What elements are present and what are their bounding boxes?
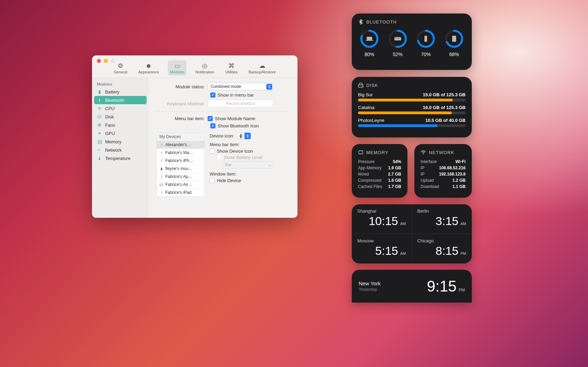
hide-device-checkbox[interactable] bbox=[210, 178, 215, 183]
wifi-icon bbox=[421, 150, 426, 155]
select-value: Bar bbox=[225, 162, 232, 167]
stat-key: Interface bbox=[421, 159, 437, 164]
battery-percent: 52% bbox=[393, 52, 403, 57]
sidebar-item-gpu[interactable]: ✦GPU bbox=[94, 129, 147, 137]
sidebar-item-label: Temperature bbox=[105, 156, 130, 161]
command-icon: ⌘ bbox=[227, 62, 236, 70]
stat-row: Download1.1 GB bbox=[421, 184, 466, 189]
ampm-label: PM bbox=[459, 288, 465, 293]
disk-usage: 15.0 GB of 125.3 GB bbox=[423, 92, 466, 97]
tab-appearance[interactable]: ☻Appearance bbox=[136, 60, 161, 75]
stat-value: 1.9 GB bbox=[388, 165, 401, 170]
checkbox-label: Show Module Name bbox=[215, 116, 255, 121]
menubar-item-label: Menu bar item: bbox=[156, 116, 208, 121]
device-name: Alexander's… bbox=[165, 142, 191, 147]
clock-cell: Shanghai 10:15AM bbox=[352, 204, 412, 234]
widget-clocks: Shanghai 10:15AMBerlin 3:15AMMoscow 5:15… bbox=[352, 204, 472, 263]
sidebar-item-label: Fans bbox=[105, 123, 115, 128]
stat-row: IP192.168.123.8 bbox=[421, 172, 466, 177]
fans-icon: ✻ bbox=[97, 122, 102, 128]
device-row[interactable]: ⫿⫿Fabrice's Air… bbox=[157, 180, 204, 188]
city-label: New York bbox=[359, 280, 380, 286]
disk-icon bbox=[358, 82, 364, 88]
sidebar-item-cpu[interactable]: ✳︎CPU bbox=[94, 104, 147, 113]
tab-label: Utilities bbox=[225, 70, 237, 74]
sidebar-item-fans[interactable]: ✻Fans bbox=[94, 121, 147, 129]
device-type-icon: ᚼ bbox=[159, 174, 164, 179]
svg-rect-16 bbox=[452, 36, 456, 42]
stat-row: Upload1.2 GB bbox=[421, 178, 466, 183]
device-row[interactable]: ᚼFabrice's iPad bbox=[157, 188, 204, 196]
show-device-icon-checkbox[interactable] bbox=[210, 149, 215, 154]
stat-row: IP108.68.52.216 bbox=[421, 165, 466, 170]
tab-modules[interactable]: ▭Modules bbox=[168, 60, 186, 75]
device-row[interactable]: ▮fleyne's mou… bbox=[157, 164, 204, 172]
sidebar-item-battery[interactable]: ▮Battery bbox=[94, 88, 147, 96]
time-value: 8:15 bbox=[435, 244, 458, 258]
sidebar-item-memory[interactable]: ▤Memory bbox=[94, 137, 147, 146]
mask-icon: ☻ bbox=[145, 62, 153, 70]
stat-row: Pressure54% bbox=[358, 159, 401, 164]
chevron-updown-icon bbox=[266, 84, 272, 90]
sidebar-item-temperature[interactable]: 🌡Temperature bbox=[94, 154, 147, 162]
module-status-label: Module status: bbox=[156, 84, 208, 89]
show-bluetooth-icon-checkbox[interactable] bbox=[210, 123, 215, 128]
show-in-menubar-checkbox[interactable] bbox=[210, 92, 215, 98]
tab-label: Modules bbox=[170, 70, 184, 74]
device-row[interactable]: ᚼFabrice's Ap… bbox=[157, 172, 204, 180]
battery-percent: 80% bbox=[365, 52, 374, 57]
device-row[interactable]: ᚼFabrice's iPh… bbox=[157, 156, 204, 164]
bluetooth-device-ring: 70% bbox=[416, 29, 436, 57]
stat-key: Pressure bbox=[358, 159, 375, 164]
device-row[interactable]: ᚼAlexander's… bbox=[157, 141, 204, 149]
time-value: 9:15 bbox=[427, 278, 457, 295]
device-type-icon: ᚼ bbox=[159, 190, 164, 195]
ampm-label: AM bbox=[400, 222, 406, 226]
stat-value: 54% bbox=[393, 159, 401, 164]
device-name: Fabrice's iPh… bbox=[165, 158, 193, 163]
stat-value: 108.68.52.216 bbox=[439, 165, 466, 170]
sidebar-item-label: Memory bbox=[105, 139, 121, 144]
sidebar-item-label: Bluetooth bbox=[105, 98, 124, 103]
gpu-icon: ✦ bbox=[97, 131, 102, 136]
stat-key: Download bbox=[421, 184, 439, 189]
widget-network: NETWORK InterfaceWi-FiIP108.68.52.216IP1… bbox=[414, 144, 472, 198]
sidebar-item-bluetooth[interactable]: ᚼBluetooth bbox=[94, 96, 147, 104]
tab-label: Appearance bbox=[138, 70, 159, 74]
keyboard-shortcut-label: Keyboard shortcut: bbox=[156, 101, 208, 106]
device-row[interactable]: ᚼFabrice's Ma… bbox=[157, 149, 204, 156]
svg-rect-3 bbox=[366, 40, 373, 41]
disk-name: PhotosLeyne bbox=[358, 118, 384, 123]
city-label: Shanghai bbox=[357, 208, 406, 214]
tab-utilities[interactable]: ⌘Utilities bbox=[223, 60, 239, 75]
city-label: Moscow bbox=[357, 238, 406, 243]
sidebar-item-label: CPU bbox=[105, 106, 114, 111]
tab-notification[interactable]: ◎Notification bbox=[193, 60, 216, 75]
city-label: Chicago bbox=[417, 238, 467, 243]
bluetooth-icon: ᚼ bbox=[97, 97, 102, 103]
device-type-icon: ᚼ bbox=[159, 143, 164, 147]
tab-backup[interactable]: ☁︎Backup/Restore bbox=[247, 60, 278, 75]
preferences-window: ⚙︎General ☻Appearance ▭Modules ◎Notifica… bbox=[92, 55, 297, 218]
module-status-select[interactable]: Combined mode bbox=[208, 83, 273, 90]
device-name: Fabrice's Ma… bbox=[165, 150, 193, 155]
svg-point-20 bbox=[423, 154, 424, 154]
stat-value: 1.6 GB bbox=[388, 178, 401, 183]
my-devices-list: My Devices ᚼAlexander's…ᚼFabrice's Ma…ᚼF… bbox=[156, 133, 205, 197]
show-battery-level-checkbox[interactable] bbox=[217, 155, 222, 160]
device-icon-select[interactable] bbox=[237, 133, 251, 139]
stat-value: 192.168.123.8 bbox=[439, 172, 466, 177]
disk-icon: ⛁ bbox=[97, 114, 102, 119]
sidebar-item-network[interactable]: ᯤNetwork bbox=[94, 146, 147, 154]
device-name: Fabrice's Air… bbox=[165, 182, 192, 187]
temperature-icon: 🌡 bbox=[97, 155, 102, 161]
checkbox-label: Show in menu bar bbox=[218, 92, 254, 98]
sidebar-item-disk[interactable]: ⛁Disk bbox=[94, 113, 147, 121]
keyboard-shortcut-input[interactable]: Record shortcut bbox=[208, 100, 273, 107]
cpu-icon: ✳︎ bbox=[97, 106, 102, 111]
clock-cell: Berlin 3:15AM bbox=[412, 204, 472, 234]
battery-icon: ▮ bbox=[97, 89, 102, 95]
battery-level-style-select[interactable]: Bar bbox=[222, 161, 274, 169]
show-module-name-checkbox[interactable] bbox=[208, 116, 213, 121]
tab-general[interactable]: ⚙︎General bbox=[112, 60, 129, 75]
